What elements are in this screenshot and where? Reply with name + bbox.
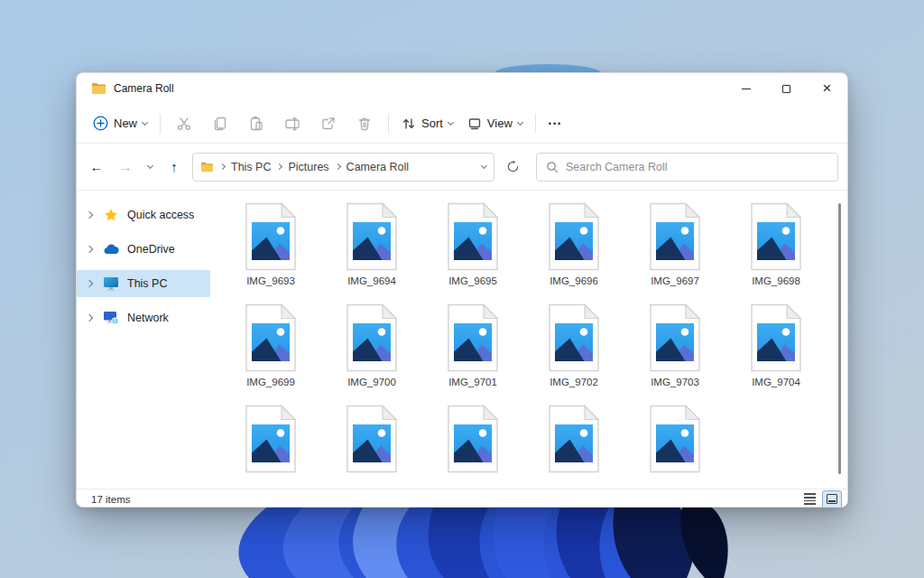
toolbar-divider: [535, 114, 536, 134]
thumbnail-view-icon: [827, 494, 837, 504]
breadcrumb-item-this-pc[interactable]: This PC: [231, 161, 271, 173]
refresh-icon: [506, 160, 520, 173]
plus-circle-icon: [93, 116, 108, 131]
file-item[interactable]: [630, 405, 720, 489]
image-file-icon: [244, 303, 298, 372]
trash-icon: [356, 116, 373, 132]
file-item[interactable]: IMG_9703: [630, 303, 720, 394]
address-bar: ← → ↑ This PC Pictures Camera Roll: [77, 144, 847, 191]
file-label: IMG_9701: [448, 377, 497, 387]
image-file-icon: [547, 303, 601, 372]
monitor-icon: [103, 276, 119, 291]
cloud-icon: [103, 244, 119, 255]
minimize-icon: [742, 89, 751, 89]
file-item[interactable]: IMG_9695: [428, 202, 518, 293]
image-file-icon: [345, 303, 399, 372]
cut-button[interactable]: [166, 109, 202, 138]
search-icon: [546, 161, 559, 173]
file-item[interactable]: IMG_9700: [327, 303, 417, 394]
file-label: IMG_9704: [752, 377, 800, 387]
breadcrumb-separator-icon: [276, 163, 282, 170]
new-button[interactable]: New: [86, 110, 154, 136]
sidebar-item-this-pc[interactable]: This PC: [77, 270, 210, 297]
address-dropdown-icon[interactable]: [481, 162, 487, 168]
chevron-right-icon[interactable]: [86, 280, 93, 287]
recent-locations-button[interactable]: [140, 166, 160, 168]
file-grid: IMG_9693 IMG_9694 IMG_9695: [210, 191, 847, 489]
view-button[interactable]: View: [460, 111, 530, 136]
close-icon: ×: [823, 79, 832, 98]
star-icon: [104, 208, 118, 222]
file-label: IMG_9703: [651, 377, 699, 387]
image-file-icon: [749, 202, 803, 271]
file-item[interactable]: [226, 405, 316, 489]
file-item[interactable]: [529, 405, 619, 489]
close-button[interactable]: ×: [807, 73, 847, 104]
sort-button[interactable]: Sort: [394, 111, 460, 136]
rename-button[interactable]: [274, 109, 310, 138]
sidebar-item-label: This PC: [127, 277, 167, 290]
back-arrow-icon: ←: [90, 159, 104, 174]
up-arrow-icon: ↑: [171, 159, 178, 174]
image-file-icon: [244, 202, 298, 271]
image-file-icon: [244, 405, 298, 473]
sidebar-item-label: Network: [127, 312, 169, 324]
view-button-label: View: [487, 117, 513, 130]
sort-icon: [402, 117, 416, 131]
rename-icon: [284, 116, 300, 132]
file-label: IMG_9695: [448, 275, 497, 286]
share-icon: [320, 116, 337, 132]
file-item[interactable]: IMG_9701: [428, 303, 518, 394]
search-input[interactable]: [566, 161, 828, 173]
file-item[interactable]: [327, 405, 417, 489]
file-item[interactable]: IMG_9699: [226, 303, 316, 394]
file-item[interactable]: IMG_9693: [226, 202, 316, 293]
minimize-button[interactable]: [725, 73, 766, 104]
forward-button[interactable]: →: [111, 153, 140, 182]
command-toolbar: New: [77, 104, 847, 144]
back-button[interactable]: ←: [82, 153, 111, 182]
delete-button[interactable]: [346, 109, 383, 138]
file-item[interactable]: IMG_9696: [529, 202, 619, 293]
see-more-button[interactable]: •••: [541, 114, 569, 134]
image-file-icon: [446, 303, 500, 372]
scrollbar-thumb[interactable]: [838, 203, 841, 474]
chevron-right-icon[interactable]: [86, 211, 93, 219]
file-item[interactable]: IMG_9698: [731, 202, 821, 293]
sidebar-item-quick-access[interactable]: Quick access: [77, 201, 210, 228]
file-item[interactable]: IMG_9702: [529, 303, 619, 394]
thumbnail-view-button[interactable]: [822, 490, 842, 508]
breadcrumb-item-camera-roll[interactable]: Camera Roll: [346, 161, 409, 173]
window-title: Camera Roll: [114, 82, 174, 95]
image-file-icon: [749, 303, 803, 372]
refresh-button[interactable]: [498, 153, 527, 182]
sidebar-item-network[interactable]: Network: [77, 304, 210, 331]
sidebar-item-onedrive[interactable]: OneDrive: [77, 236, 210, 263]
file-item[interactable]: IMG_9694: [327, 202, 417, 293]
maximize-button[interactable]: [766, 73, 807, 104]
up-button[interactable]: ↑: [160, 153, 189, 182]
maximize-icon: [782, 85, 790, 93]
chevron-right-icon[interactable]: [86, 314, 93, 322]
chevron-down-icon: [448, 118, 454, 125]
image-file-icon: [648, 405, 702, 473]
file-item[interactable]: [428, 405, 518, 489]
vertical-scrollbar[interactable]: [836, 198, 844, 483]
file-label: IMG_9696: [550, 275, 598, 286]
share-button[interactable]: [310, 109, 346, 138]
chevron-down-icon: [517, 118, 523, 125]
file-label: IMG_9702: [550, 377, 598, 387]
breadcrumb-item-pictures[interactable]: Pictures: [288, 161, 328, 173]
file-label: IMG_9693: [246, 275, 295, 286]
chevron-right-icon[interactable]: [86, 246, 93, 253]
file-item[interactable]: IMG_9704: [731, 303, 821, 394]
copy-button[interactable]: [202, 109, 238, 138]
toolbar-divider: [160, 114, 161, 134]
paste-button[interactable]: [238, 109, 274, 138]
chevron-down-icon: [146, 162, 152, 168]
view-icon: [467, 117, 482, 131]
details-view-button[interactable]: [799, 490, 819, 508]
file-explorer-window: Camera Roll × New: [76, 72, 848, 508]
file-item[interactable]: IMG_9697: [630, 202, 720, 293]
scissors-icon: [176, 116, 192, 132]
